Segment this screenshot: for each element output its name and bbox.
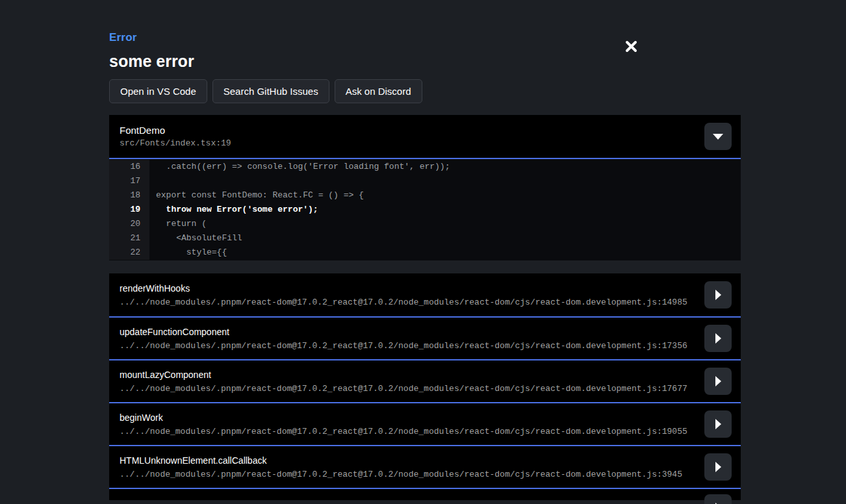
stack-frame-function: HTMLUnknownElement.callCallback [120,455,695,466]
line-number: 21 [109,231,149,246]
stack-frame-path: ../../node_modules/.pnpm/react-dom@17.0.… [120,297,695,307]
stack-frame-function: beginWork [120,412,695,423]
stack-frame-path: ../../node_modules/.pnpm/react-dom@17.0.… [120,384,695,394]
code-frame-title: FontDemo [120,125,231,136]
ask-discord-button[interactable]: Ask on Discord [335,79,422,103]
stack-frame-list: renderWithHooks ../../node_modules/.pnpm… [109,273,741,500]
stack-frame-row: HTMLUnknownElement.callCallback ../../no… [109,445,741,488]
line-number: 18 [109,188,149,203]
line-source: export const FontDemo: React.FC = () => … [149,188,364,203]
search-github-button[interactable]: Search GitHub Issues [212,79,329,103]
code-line: 21 <AbsoluteFill [109,231,741,246]
error-overlay: Error some error Open in VS Code Search … [109,0,741,500]
expand-stack-frame-button[interactable] [704,325,732,352]
expand-stack-frame-button[interactable] [704,494,732,504]
stack-frame-function: renderWithHooks [120,283,695,294]
code-block: 16 .catch((err) => console.log('Error lo… [109,159,741,260]
code-frame-location: src/Fonts/index.tsx:19 [120,138,231,148]
error-message: some error [109,52,741,71]
line-number: 22 [109,246,149,260]
chevron-down-icon [713,134,723,140]
stack-frame-row: updateFunctionComponent ../../node_modul… [109,316,741,359]
expand-stack-frame-button[interactable] [704,453,732,481]
collapse-code-frame-button[interactable] [704,123,732,150]
code-frame: FontDemo src/Fonts/index.tsx:19 16 .catc… [109,115,741,260]
line-number: 17 [109,174,149,188]
line-number: 19 [109,203,149,217]
code-frame-header: FontDemo src/Fonts/index.tsx:19 [109,115,741,159]
open-vscode-button[interactable]: Open in VS Code [109,79,207,103]
stack-frame-row: beginWork ../../node_modules/.pnpm/react… [109,402,741,445]
code-line-highlighted: 19 throw new Error('some error'); [109,203,741,217]
line-number: 16 [109,160,149,174]
play-icon [715,419,721,429]
expand-stack-frame-button[interactable] [704,281,732,309]
code-line: 16 .catch((err) => console.log('Error lo… [109,160,741,174]
stack-frame-path: ../../node_modules/.pnpm/react-dom@17.0.… [120,341,695,351]
line-source: throw new Error('some error'); [149,203,318,217]
line-source [149,174,156,188]
line-source: <AbsoluteFill [149,231,242,246]
error-type-label: Error [109,31,741,44]
code-line: 18 export const FontDemo: React.FC = () … [109,188,741,203]
stack-frame-row: renderWithHooks ../../node_modules/.pnpm… [109,273,741,316]
play-icon [715,462,721,472]
stack-frame-path: ../../node_modules/.pnpm/react-dom@17.0.… [120,427,695,436]
code-frame-titles: FontDemo src/Fonts/index.tsx:19 [120,125,231,148]
line-number: 20 [109,217,149,231]
stack-frame-row: mountLazyComponent ../../node_modules/.p… [109,359,741,402]
action-button-row: Open in VS Code Search GitHub Issues Ask… [109,79,741,103]
stack-frame-function: mountLazyComponent [120,370,695,380]
code-line: 17 [109,174,741,188]
code-line: 22 style={{ [109,246,741,260]
line-source: .catch((err) => console.log('Error loadi… [149,160,450,174]
close-icon [625,40,637,55]
expand-stack-frame-button[interactable] [704,410,732,438]
play-icon [715,333,721,344]
stack-frame-path: ../../node_modules/.pnpm/react-dom@17.0.… [120,470,695,479]
line-source: return ( [149,217,207,231]
close-button[interactable] [621,38,641,57]
play-icon [715,376,721,386]
line-source: style={{ [149,246,227,260]
stack-frame-function: updateFunctionComponent [120,327,695,337]
code-line: 20 return ( [109,217,741,231]
stack-frame-row-partial [109,488,741,500]
play-icon [715,290,721,300]
expand-stack-frame-button[interactable] [704,368,732,395]
